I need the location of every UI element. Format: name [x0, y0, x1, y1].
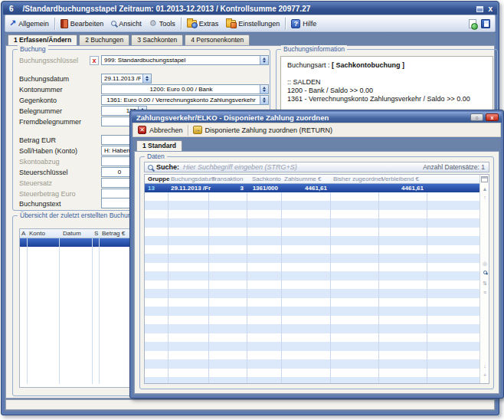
cell-sachkonto: 1361/000 — [247, 185, 278, 192]
sort-icon[interactable]: ⇅ — [481, 281, 489, 287]
grid-empty-rows — [145, 192, 484, 383]
view-magnifier-icon — [111, 21, 116, 26]
column-divider — [208, 175, 209, 383]
filter-icon[interactable]: ≡ — [481, 290, 489, 296]
belegnummer-label: Belegnummer — [19, 107, 62, 116]
help-icon: ? — [291, 19, 300, 28]
column-options-icon[interactable] — [481, 176, 488, 182]
tab-personenkonten[interactable]: 4 Personenkonten — [185, 34, 250, 45]
col-verbleibend[interactable]: Verbleibend € — [381, 176, 419, 182]
tab-erfassen-aendern[interactable]: 1 Erfassen/Ändern — [8, 34, 77, 45]
menu-ansicht[interactable]: Ansicht — [107, 15, 146, 31]
save-icon[interactable] — [481, 19, 490, 28]
scroll-top-icon[interactable]: ▲ — [481, 186, 489, 192]
menubar-separator — [285, 18, 286, 30]
menu-hilfe[interactable]: ? Hilfe — [287, 15, 320, 31]
buchungsdatum-combo[interactable]: 29.11.2013 /Fr — [101, 74, 152, 84]
dialog-content: 1 Standard Daten Suche: Hier Suchbegriff… — [133, 138, 501, 395]
menubar: ↗ Allgemein Bearbeiten Ansicht ⚙ Tools E… — [5, 15, 496, 32]
sollhaben-label: Soll/Haben (Konto) — [19, 146, 77, 156]
main-window: 6 /Standardbuchungsstapel Zeitraum: 01.2… — [1, 1, 499, 415]
main-titlebar[interactable]: 6 /Standardbuchungsstapel Zeitraum: 01.2… — [3, 3, 497, 15]
search-icon — [148, 165, 153, 170]
restore-icon[interactable] — [476, 6, 483, 12]
dialog-toolbar: ✕ Abbrechen → Disponierte Zahlung zuordn… — [133, 123, 501, 137]
dialog-minimize-icon[interactable]: ○ — [470, 113, 483, 121]
col-sachkonto[interactable]: Sachkonto — [252, 176, 281, 182]
cancel-button[interactable]: ✕ Abbrechen — [133, 126, 188, 134]
col-transaktion[interactable]: Transaktion — [211, 176, 244, 182]
search-bar[interactable]: Suche: Hier Suchbegriff eingeben (STRG+S… — [144, 162, 489, 172]
menu-tools[interactable]: ⚙ Tools — [146, 15, 179, 31]
column-divider — [168, 175, 169, 383]
menu-bearbeiten[interactable]: Bearbeiten — [57, 15, 108, 31]
col-a[interactable]: A — [21, 230, 25, 237]
menu-einstellungen[interactable]: Einstellungen — [222, 15, 283, 31]
column-divider — [427, 175, 427, 383]
menu-label: Hilfe — [303, 20, 316, 28]
dialog-title: Zahlungsverkehr/ELKO - Disponierte Zahlu… — [136, 113, 329, 122]
tab-standard[interactable]: 1 Standard — [136, 140, 182, 151]
settings-folder-icon — [226, 20, 236, 28]
menu-label: Extras — [199, 20, 219, 28]
col-gruppe[interactable]: Gruppe — [148, 176, 169, 182]
cell-zahlsumme: 4461,61 — [281, 185, 327, 192]
window-id: 6 — [9, 5, 14, 13]
dialog-close-icon[interactable]: x — [486, 113, 499, 121]
col-buchungsdatum[interactable]: Buchungsdatum — [171, 176, 215, 182]
daten-group: Daten Suche: Hier Suchbegriff eingeben (… — [139, 156, 494, 389]
betrag-label: Betrag EUR — [19, 136, 56, 145]
scroll-down-icon[interactable]: ↓ — [481, 363, 489, 369]
col-s[interactable]: S — [94, 230, 98, 237]
column-divider — [92, 238, 93, 384]
col-zahlsumme[interactable]: Zahlsumme € — [284, 176, 321, 182]
col-datum[interactable]: Datum — [63, 230, 81, 237]
menu-label: Bearbeiten — [70, 20, 104, 28]
steuersatz-input[interactable] — [101, 178, 130, 188]
assign-arrow-icon: → — [193, 126, 202, 134]
dialog-titlebar[interactable]: Zahlungsverkehr/ELKO - Disponierte Zahlu… — [132, 112, 502, 123]
payments-grid[interactable]: Gruppe Buchungsdatum Transaktion Sachkon… — [144, 174, 489, 384]
col-konto[interactable]: Konto — [29, 230, 45, 237]
add-row-icon[interactable]: + — [481, 372, 489, 379]
spinner-icon[interactable] — [142, 74, 151, 83]
kontonummer-combo[interactable]: 1200: Euro 0.00 / Bank — [101, 84, 269, 94]
col-betrag[interactable]: Betrag € — [102, 230, 125, 237]
column-divider — [59, 238, 60, 384]
search-placeholder: Hier Suchbegriff eingeben (STRG+S) — [183, 163, 297, 171]
extras-folder-icon — [187, 20, 197, 28]
col-bisher[interactable]: Bisher zugeordnet — [333, 176, 383, 182]
buchungsdatum-label: Buchungsdatum — [19, 74, 69, 84]
menu-allgemein[interactable]: ↗ Allgemein — [5, 15, 53, 31]
grid-header: Gruppe Buchungsdatum Transaktion Sachkon… — [145, 175, 484, 184]
column-divider — [27, 238, 28, 384]
grid-search-icon[interactable] — [481, 270, 489, 276]
spinner-icon[interactable] — [260, 96, 268, 104]
spinner-icon[interactable] — [260, 56, 268, 64]
tab-sachkonten[interactable]: 3 Sachkonten — [131, 34, 183, 45]
buchungsart-label: Buchungsart : — [287, 61, 332, 69]
allgemein-arrow-icon: ↗ — [9, 19, 16, 28]
assign-label: Disponierte Zahlung zuordnen (RETURN) — [205, 126, 333, 134]
menu-extras[interactable]: Extras — [183, 15, 223, 31]
spinner-icon[interactable] — [260, 85, 268, 94]
buchungsschluessel-combo[interactable]: 999: Standardbuchungsstapel — [101, 55, 269, 65]
column-divider — [99, 238, 100, 384]
cancel-label: Abbrechen — [149, 126, 183, 134]
menu-label: Einstellungen — [238, 20, 280, 28]
record-info-icon[interactable]: ◎ — [481, 261, 489, 267]
grid-selected-row[interactable]: 13 29.11.2013 /Fr 3 1361/000 4461,61 446… — [145, 184, 484, 192]
assign-payment-button[interactable]: → Disponierte Zahlung zuordnen (RETURN) — [188, 126, 338, 134]
close-icon[interactable]: x — [488, 5, 493, 13]
scroll-up-icon[interactable]: ↑ — [481, 195, 489, 201]
tab-buchungen[interactable]: 2 Buchungen — [79, 34, 129, 45]
new-document-icon[interactable] — [469, 19, 476, 28]
cell-gruppe: 13 — [148, 185, 155, 192]
salden-header: :: SALDEN — [287, 78, 486, 87]
menubar-separator — [54, 18, 55, 30]
clear-buchungsschluessel-icon[interactable]: x — [90, 56, 99, 65]
gegenkonto-combo[interactable]: 1361: Euro 0.00 / Verrechnungskonto Zahl… — [101, 95, 269, 105]
scroll-end-icon[interactable]: ▼ — [481, 382, 489, 384]
desktop: 6 /Standardbuchungsstapel Zeitraum: 01.2… — [0, 0, 504, 420]
uebersicht-group-title: Übersicht der zuletzt erstellten Buchung… — [18, 212, 145, 219]
